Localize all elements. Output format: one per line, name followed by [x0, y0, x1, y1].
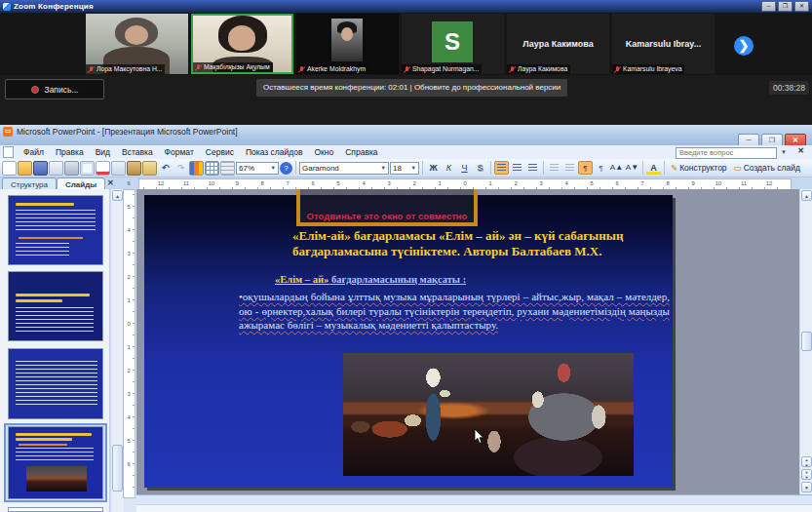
slides-panel	[0, 189, 110, 512]
increase-font-button[interactable]: A▲	[609, 161, 624, 175]
font-size-select[interactable]: 18▼	[390, 162, 419, 175]
slide-scrollbar[interactable]: ▲ ▲▲ ▼▼ ▼	[799, 189, 812, 494]
copy-icon[interactable]	[111, 161, 126, 176]
participant-name: Kamarsulu Ibrayeva	[623, 64, 681, 74]
zoom-minimize-button[interactable]: ─	[761, 1, 776, 12]
slide-thumbnail-3[interactable]	[8, 348, 103, 419]
open-icon[interactable]	[18, 161, 32, 176]
scroll-up-icon[interactable]: ▲	[112, 190, 123, 201]
zoom-maximize-button[interactable]: ❐	[778, 1, 793, 12]
menu-help[interactable]: Справка	[339, 146, 383, 159]
menu-format[interactable]: Формат	[159, 146, 200, 159]
previous-slide-button[interactable]: ▲▲	[801, 456, 812, 467]
bullet-list-button[interactable]	[562, 161, 577, 175]
slide-thumbnail-1[interactable]	[8, 195, 103, 265]
slide-title[interactable]: «Елім-ай» бағдарламасы «Елім – ай» ән – …	[292, 228, 669, 259]
participant-name: Shapagat Nurmagan...	[412, 64, 479, 74]
mouse-cursor	[474, 429, 484, 445]
redo-icon[interactable]: ↷	[174, 161, 188, 175]
table-icon[interactable]	[205, 161, 219, 176]
menu-file[interactable]: Файл	[18, 146, 50, 159]
zoom-level-select[interactable]: 67%▼	[236, 162, 279, 175]
mail-icon[interactable]	[49, 161, 63, 176]
participant-name: Akerke Moldrakhym	[307, 64, 366, 74]
decrease-font-button[interactable]: A▼	[625, 161, 639, 175]
zoom-window: Zoom Конференция ─ ❐ ✕ Лора Максутовна Н…	[0, 0, 812, 125]
underline-button[interactable]: Ч	[457, 161, 472, 175]
slide-thumbnail-2[interactable]	[8, 271, 103, 341]
participant-name: Мақабілқызы Ақулым	[204, 62, 270, 72]
scrollbar-thumb[interactable]	[801, 332, 812, 351]
muted-mic-icon	[88, 65, 95, 73]
menu-window[interactable]: Окно	[308, 146, 339, 159]
align-center-button[interactable]	[510, 161, 524, 175]
chart-icon[interactable]	[189, 161, 204, 176]
numbered-list-button[interactable]	[547, 161, 561, 175]
bold-button[interactable]: Ж	[426, 161, 441, 175]
menu-edit[interactable]: Правка	[50, 146, 90, 159]
slide-subtitle[interactable]: «Елім – ай» бағдарламасының мақсаты :	[275, 274, 466, 285]
time-limit-banner[interactable]: Оставшееся время конференции: 02:01 | Об…	[256, 79, 567, 97]
slide-image-painting[interactable]	[343, 353, 634, 476]
italic-button[interactable]: К	[442, 161, 456, 175]
participant-tile[interactable]: Лора Максутовна Н...	[86, 14, 188, 74]
document-icon	[3, 146, 14, 158]
scrollbar-thumb[interactable]	[112, 445, 123, 492]
save-icon[interactable]	[33, 161, 48, 176]
menu-slideshow[interactable]: Показ слайдов	[240, 146, 309, 159]
powerpoint-app-icon	[3, 127, 13, 137]
menu-insert[interactable]: Вставка	[116, 146, 159, 159]
participant-tile[interactable]: Kamarsulu Ibray... Kamarsulu Ibrayeva	[612, 14, 715, 74]
line-spacing-button[interactable]: ¶	[578, 161, 593, 175]
menu-view[interactable]: Вид	[90, 146, 116, 159]
slide-body-text[interactable]: •оқушылардың бойына ұлттық музыка мұрала…	[239, 290, 670, 333]
powerpoint-window-title: Microsoft PowerPoint - [Презентация Micr…	[17, 127, 238, 137]
menubar-close-icon[interactable]: ✕	[797, 146, 804, 155]
next-slide-button[interactable]: ▼▼	[801, 469, 812, 480]
scroll-down-icon[interactable]: ▼	[801, 482, 812, 492]
shadow-button[interactable]: S	[473, 161, 487, 175]
print-preview-icon[interactable]	[80, 161, 95, 176]
menu-bar: Файл Правка Вид Вставка Формат Сервис По…	[0, 145, 812, 160]
print-icon[interactable]	[64, 161, 79, 176]
zoom-app-icon	[3, 3, 11, 11]
record-label: Запись...	[45, 85, 79, 95]
font-color-button[interactable]: А	[646, 161, 661, 175]
slide-canvas[interactable]: Отодвиньте это окно от совместно «Елім-а…	[144, 195, 673, 488]
participant-name: Лаура Какимова	[518, 64, 567, 74]
menu-tools[interactable]: Сервис	[200, 146, 240, 159]
undo-icon[interactable]: ↶	[158, 161, 173, 175]
scroll-up-icon[interactable]: ▲	[801, 190, 812, 201]
align-left-button[interactable]	[494, 161, 509, 175]
record-button[interactable]: Запись...	[5, 79, 104, 99]
slides-panel-scrollbar[interactable]: ▲	[110, 189, 124, 512]
paragraph-button[interactable]: ¶	[594, 161, 608, 175]
muted-mic-icon	[195, 63, 202, 71]
format-painter-icon[interactable]	[142, 161, 157, 176]
zoom-close-button[interactable]: ✕	[794, 1, 809, 12]
question-dropdown-icon[interactable]: ▼	[779, 147, 789, 158]
next-participants-button[interactable]: ❯	[734, 36, 754, 56]
slide-workspace: Отодвиньте это окно от совместно «Елім-а…	[136, 189, 799, 494]
paste-icon[interactable]	[127, 161, 141, 176]
slide-thumbnail-5-partial[interactable]	[8, 507, 103, 512]
close-pane-icon[interactable]: ✕	[107, 178, 114, 187]
participant-tile[interactable]: Лаура Какимова Лаура Какимова	[507, 14, 609, 74]
align-right-button[interactable]	[525, 161, 540, 175]
participant-tile[interactable]: S Shapagat Nurmagan...	[402, 14, 504, 74]
slide-thumbnail-4-selected[interactable]	[8, 426, 103, 499]
muted-mic-icon	[509, 65, 516, 73]
new-document-icon[interactable]	[2, 161, 17, 176]
design-button[interactable]: ✎Конструктор	[668, 163, 730, 173]
participant-tile-active-speaker[interactable]: Мақабілқызы Ақулым	[191, 14, 293, 74]
zoom-window-title: Zoom Конференция	[14, 2, 94, 11]
font-name-select[interactable]: Garamond▼	[299, 162, 389, 175]
question-input[interactable]	[676, 147, 777, 159]
record-icon	[31, 86, 39, 94]
zoom-control-row: Запись... Оставшееся время конференции: …	[0, 75, 812, 102]
new-slide-button[interactable]: ▭Создать слайд	[731, 163, 803, 173]
grid-icon[interactable]	[220, 161, 235, 176]
help-icon[interactable]: ?	[280, 162, 292, 175]
participant-tile[interactable]: Akerke Moldrakhym	[296, 14, 399, 74]
spelling-icon[interactable]	[96, 161, 110, 176]
